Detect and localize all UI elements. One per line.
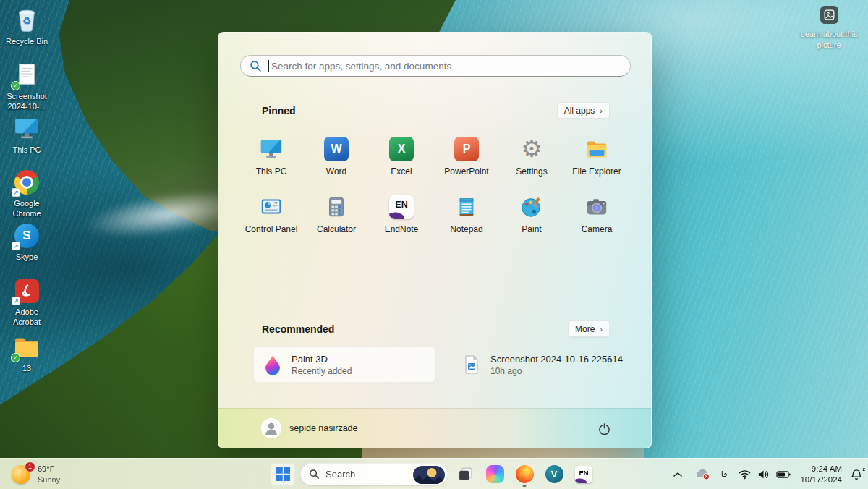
- paint3d-icon: [263, 354, 283, 375]
- bing-daily-image[interactable]: [413, 466, 445, 484]
- pinned-app-paint[interactable]: Paint: [499, 186, 564, 244]
- shortcut-arrow-badge: ↗: [12, 242, 20, 250]
- word-icon: W: [324, 136, 349, 162]
- file-explorer-icon: [584, 136, 609, 162]
- v-app-button[interactable]: V: [542, 462, 566, 487]
- focus-z-glyph: z: [863, 467, 866, 472]
- copilot-button[interactable]: [482, 462, 507, 487]
- gear-icon: ⚙: [521, 136, 542, 162]
- tray-date: 10/17/2024: [800, 475, 842, 485]
- chrome-icon: ↗: [11, 168, 43, 197]
- task-view-icon: [458, 467, 473, 482]
- endnote-icon: EN: [575, 466, 592, 483]
- desktop-icon-label: Recycle Bin: [6, 36, 48, 46]
- chevron-right-icon: ›: [600, 106, 603, 115]
- pinned-app-camera[interactable]: Camera: [564, 186, 629, 244]
- recommended-item-paint3d[interactable]: Paint 3D Recently added: [253, 346, 435, 383]
- desktop-icon-google-chrome[interactable]: ↗ Google Chrome: [0, 168, 54, 219]
- language-indicator[interactable]: فا: [721, 469, 728, 479]
- pinned-app-grid: This PC W Word X Excel P PowerPoint: [239, 128, 632, 244]
- pinned-app-this-pc[interactable]: This PC: [239, 128, 304, 186]
- speaker-icon: [757, 469, 770, 480]
- folder-icon: ✓: [11, 333, 43, 362]
- desktop-icon-this-pc[interactable]: This PC: [0, 114, 54, 155]
- powerpoint-icon: P: [454, 136, 479, 162]
- start-button[interactable]: [271, 463, 295, 486]
- pinned-app-word[interactable]: W Word: [304, 128, 369, 186]
- app-label: Paint: [522, 224, 541, 234]
- windows-logo-icon: [276, 467, 290, 481]
- taskbar: 1 69°F Sunny Search: [0, 458, 868, 489]
- this-pc-icon: [11, 114, 43, 143]
- battery-button[interactable]: [776, 470, 791, 479]
- chevron-right-icon: ›: [600, 325, 603, 333]
- pinned-app-notepad[interactable]: Notepad: [434, 186, 499, 244]
- recommended-title: Screenshot 2024-10-16 225614: [490, 354, 623, 365]
- picture-info-icon[interactable]: [820, 6, 838, 24]
- taskbar-search-label: Search: [326, 469, 355, 480]
- app-label: Word: [326, 166, 346, 177]
- desktop-icon-label: Skype: [16, 252, 38, 262]
- v-app-icon: V: [545, 465, 563, 483]
- taskbar-search-box[interactable]: Search: [300, 463, 448, 485]
- tray-overflow-button[interactable]: [673, 472, 682, 477]
- all-apps-label: All apps: [564, 106, 595, 116]
- pinned-app-endnote[interactable]: EN EndNote: [369, 186, 434, 244]
- battery-icon: [776, 470, 791, 479]
- power-button[interactable]: [593, 417, 615, 439]
- recommended-item-screenshot[interactable]: Screenshot 2024-10-16 225614 10h ago: [453, 346, 635, 383]
- tray-time: 9:24 AM: [800, 464, 842, 475]
- onedrive-status-button[interactable]: [694, 468, 710, 480]
- camera-icon: [584, 194, 609, 220]
- recommended-section-title: Recommended: [262, 323, 334, 335]
- user-profile-button[interactable]: sepide nasirzade: [261, 418, 358, 438]
- firefox-button[interactable]: [512, 462, 537, 487]
- copilot-icon: [486, 465, 504, 483]
- pinned-app-control-panel[interactable]: Control Panel: [239, 186, 304, 244]
- skype-icon: S ↗: [11, 221, 43, 250]
- pinned-app-settings[interactable]: ⚙ Settings: [499, 128, 564, 186]
- app-label: Settings: [516, 166, 547, 177]
- app-label: This PC: [256, 166, 287, 177]
- wifi-button[interactable]: [739, 469, 751, 480]
- app-label: Camera: [582, 224, 613, 234]
- start-search-box[interactable]: [240, 55, 631, 77]
- weather-widget[interactable]: 1 69°F Sunny: [7, 459, 64, 489]
- notification-count-badge: 1: [25, 462, 35, 472]
- recommended-grid: Paint 3D Recently added Screenshot 2024-…: [253, 346, 635, 383]
- pinned-app-powerpoint[interactable]: P PowerPoint: [434, 128, 499, 186]
- endnote-taskbar-button[interactable]: EN: [571, 462, 596, 487]
- pinned-app-calculator[interactable]: Calculator: [304, 186, 369, 244]
- all-apps-button[interactable]: All apps ›: [557, 102, 610, 119]
- sync-check-badge: ✓: [11, 353, 20, 362]
- app-label: EndNote: [385, 224, 419, 234]
- clock[interactable]: 9:24 AM 10/17/2024: [800, 464, 842, 485]
- app-label: File Explorer: [572, 166, 621, 177]
- pinned-app-file-explorer[interactable]: File Explorer: [564, 128, 629, 186]
- app-label: PowerPoint: [444, 166, 488, 177]
- task-view-button[interactable]: [453, 462, 477, 487]
- desktop-icon-folder-13[interactable]: ✓ 13: [0, 333, 54, 373]
- shortcut-arrow-badge: ↗: [12, 297, 20, 305]
- control-panel-icon: [259, 194, 284, 220]
- pinned-app-excel[interactable]: X Excel: [369, 128, 434, 186]
- notification-center-button[interactable]: z: [851, 469, 862, 480]
- this-pc-icon: [259, 136, 284, 162]
- notepad-icon: [454, 194, 479, 220]
- app-label: Excel: [391, 166, 412, 177]
- more-label: More: [575, 324, 595, 334]
- desktop-icon-recycle-bin[interactable]: ♻ Recycle Bin: [0, 6, 54, 46]
- desktop: Learn about this picture ♻ Recycle Bin ✓…: [0, 0, 868, 489]
- desktop-icon-screenshot[interactable]: ✓ Screenshot 2024-10-...: [0, 61, 54, 112]
- desktop-icon-skype[interactable]: S ↗ Skype: [0, 221, 54, 262]
- recommended-subtitle: Recently added: [292, 366, 352, 376]
- desktop-icon-label: Google Chrome: [1, 198, 53, 219]
- app-label: Notepad: [450, 224, 482, 234]
- more-button[interactable]: More ›: [568, 320, 610, 337]
- desktop-icon-adobe-acrobat[interactable]: ↗ Adobe Acrobat: [0, 276, 54, 328]
- acrobat-icon: ↗: [11, 276, 43, 305]
- search-icon: [309, 469, 320, 480]
- volume-button[interactable]: [757, 469, 770, 480]
- desktop-icon-label: Adobe Acrobat: [1, 307, 53, 328]
- search-input[interactable]: [271, 61, 621, 72]
